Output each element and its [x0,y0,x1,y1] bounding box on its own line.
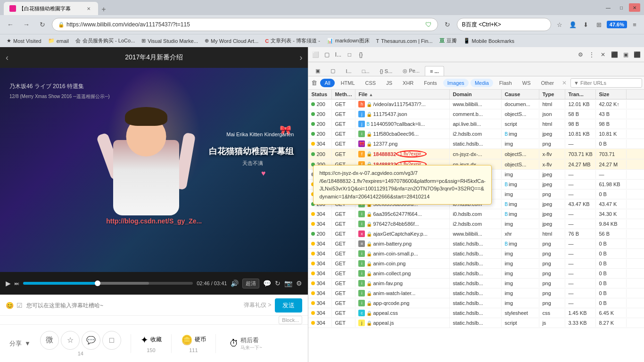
bookmark-email[interactable]: 📁 email [45,37,72,45]
coin-button[interactable]: 🪙 硬币 [181,334,206,346]
screenshot-button[interactable]: 📷 [284,280,292,287]
back-button[interactable]: ← [4,18,17,31]
filter-flash[interactable]: Flash [495,79,516,87]
tab-performance[interactable]: ◎ Pe... [397,66,425,76]
col-transferred[interactable]: Tran... [565,90,596,99]
col-type[interactable]: Type [539,90,565,99]
download-icon[interactable]: ⬇ [580,19,592,30]
filter-images[interactable]: Images [443,79,469,87]
filter-media[interactable]: Media [471,79,493,87]
devtools-icon5[interactable]: {} [355,49,366,60]
tab-debugger[interactable]: □... [357,66,375,76]
tab-console[interactable]: ▢ [325,66,340,76]
share-label[interactable]: 分享 [9,339,22,348]
table-row[interactable]: 304 GET i🔒976427c84bb586f... i2.hdslb.co… [308,219,644,229]
progress-bar[interactable] [23,282,193,285]
tab-sources[interactable]: I... [340,66,356,76]
minimize-button[interactable]: — [603,3,614,12]
inspect-icon[interactable]: ⬜ [310,49,321,60]
bookmark-word-cloud[interactable]: ⊕ My Word Cloud Art... [202,37,261,45]
danmu-gift[interactable]: 弹幕礼仪 > [244,301,271,309]
table-row[interactable]: 304 GET i🔒anim-coin-small.p... static.hd… [308,249,644,259]
video-frame[interactable]: 乃木坂46 ライブ 2016 特選集 12/8 (Merry Xmas Show… [0,68,308,272]
tab-close-button[interactable]: ✕ [85,5,92,12]
devtools-more[interactable]: ⋮ [586,49,597,60]
qrcode-icon[interactable]: □ [102,331,121,350]
table-row[interactable]: 200 GET x🔒ajaxGetCaptchaKey.p... www.bil… [308,229,644,239]
devtools-undock[interactable]: ⬛ [609,49,619,60]
bookmark-articles[interactable]: C 文章列表 - 博客须道 - [262,36,322,45]
table-row[interactable]: 304 GET i🔒6aa395c62477f664... i0.hdslb.c… [308,209,644,219]
filter-html[interactable]: HTML [337,79,359,87]
quality-button[interactable]: 超清 [242,279,259,288]
refresh-button[interactable]: ↻ [441,18,454,31]
danmu-button[interactable]: 💬 [263,280,271,287]
table-row[interactable]: 200 GET h🔒/video/av11175437/?... www.bil… [308,99,644,109]
next-button[interactable]: › [299,53,302,63]
table-row[interactable]: 304 GET i🔒anim-fav.png static.hdslb... i… [308,279,644,288]
bookmark-mobile[interactable]: 📱 Mobile Bookmarks [461,37,517,45]
tab-network[interactable]: ≡ ... [425,66,444,76]
refresh-btn[interactable]: ↻ [275,280,281,287]
filter-xhr[interactable]: XHR [398,79,418,87]
clear-button[interactable]: 🗑 [310,78,318,87]
collect-button[interactable]: ✦ 收藏 [140,334,162,346]
filter-fonts[interactable]: Fonts [420,79,441,87]
table-row[interactable]: 304 GET i🔒app-qrcode.png static.hdslb...… [308,298,644,308]
filter-css[interactable]: CSS [361,79,380,87]
emoji-icon[interactable]: 😊 [6,302,14,309]
block-button[interactable]: Block... [279,316,302,324]
table-row[interactable]: 304 GET i🔒anim-watch-later... static.hds… [308,288,644,298]
col-size[interactable]: Size [596,90,627,99]
bookmark-thesaurus[interactable]: T Thesaurus.com | Fin... [373,37,436,45]
table-row[interactable]: 304 GET c🔒appeal.css static.hdslb... sty… [308,308,644,318]
col-file[interactable]: File ▲ [355,90,450,99]
table-row[interactable]: 304 GET i🔒anim-coin.png static.hdslb... … [308,259,644,269]
settings-button[interactable]: ⚙ [296,280,302,287]
maximize-button[interactable]: □ [616,3,627,12]
prev-button[interactable]: ‹ [6,53,8,63]
check-icon[interactable]: ☑ [17,302,23,309]
network-table[interactable]: Status Method File ▲ Domain Cause Type T… [308,90,644,362]
tab-elements[interactable]: ▣ [310,66,325,76]
search-bar[interactable]: B 百度 <Ctrl+K> [457,18,551,31]
tab-style[interactable]: {} S... [374,66,397,76]
console-icon[interactable]: ▢ [322,49,332,60]
wechat-icon[interactable]: 💬 [82,331,100,350]
col-domain[interactable]: Domain [450,90,502,99]
favorites-icon[interactable]: ☆ [61,331,80,350]
table-row[interactable]: 200 GET j🔒11175437.json comment.b... obj… [308,109,644,119]
col-status[interactable]: Status [308,90,332,99]
close-button[interactable]: ✕ [629,3,640,12]
url-bar[interactable]: 🔒 https://www.bilibili.com/video/av11175… [52,18,438,31]
table-row[interactable]: 200 GET f 🔒 18488832 -1.flv?expir... cn-… [308,149,644,159]
filter-js[interactable]: JS [382,79,396,87]
filter-other[interactable]: Other [537,79,558,87]
prev-frame-button[interactable]: ⏭ [15,281,19,286]
bookmark-markdown[interactable]: 📊 markdown图床 [324,36,372,45]
col-method[interactable]: Method [332,90,355,99]
weibo-icon[interactable]: 微 [40,331,59,350]
bookmark-visual-studio[interactable]: ⊞ Visual Studio Marke... [139,37,201,45]
apps-icon[interactable]: ⊞ [594,19,605,30]
table-row[interactable]: 304 GET 🎀 🔒12377.png static.hdslb... img… [308,139,644,149]
play-button[interactable]: ▶ [6,280,11,287]
filter-ws[interactable]: WS [518,79,535,87]
new-tab-button[interactable]: + [98,4,109,15]
table-row[interactable]: 304 GET j🔒appeal.js static.hdslb... scri… [308,318,644,328]
devtools-icon4[interactable]: □ [344,49,355,60]
bookmark-most-visited[interactable]: ★ Most Visited [4,37,44,45]
watchlater-button[interactable]: ⏱ 稍后看 马来一下~ [229,336,262,351]
send-button[interactable]: 发送 [275,298,302,313]
table-row[interactable]: 200 GET i🔒11f580cba0eec96... i2.hdslb.co… [308,129,644,139]
comment-input[interactable] [26,302,240,309]
reload-button[interactable]: ↻ [36,18,49,31]
devtools-settings[interactable]: ⚙ [575,49,586,60]
user-icon[interactable]: 👤 [567,19,578,30]
table-row[interactable]: 304 GET i🔒anim-collect.png static.hdslb.… [308,269,644,279]
col-cause[interactable]: Cause [502,90,539,99]
bookmark-douban[interactable]: 豆 豆瓣 [437,36,460,45]
devtools-close[interactable]: ✕ [598,49,608,60]
table-row[interactable]: 304 GET ≡🔒anim-battery.png static.hdslb.… [308,239,644,249]
menu-icon[interactable]: ≡ [629,19,640,30]
